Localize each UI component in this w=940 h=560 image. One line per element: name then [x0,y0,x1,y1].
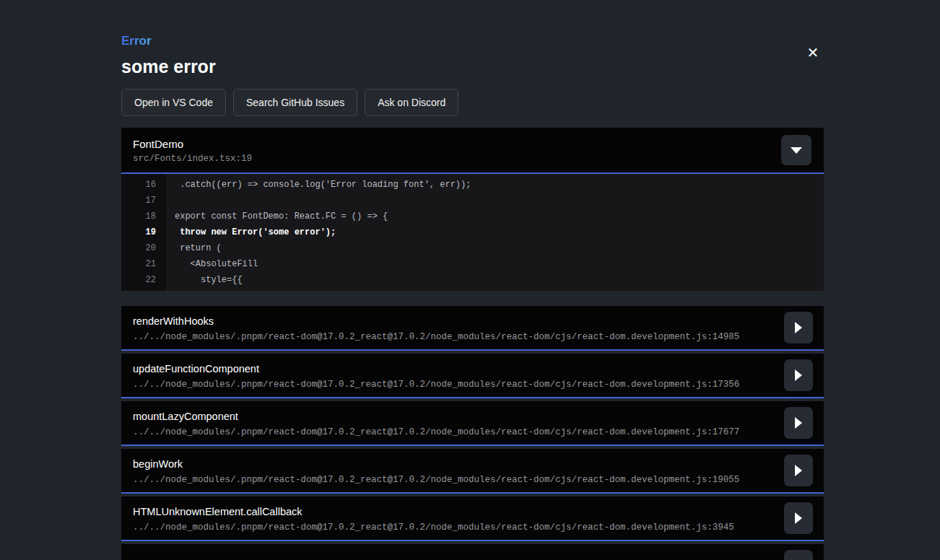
code-frame-location: src/Fonts/index.tsx:19 [133,154,812,165]
caret-right-icon [795,369,802,381]
open-in-vscode-button[interactable]: Open in VS Code [121,89,226,116]
frame-file-path: ../../node_modules/.pnpm/react-dom@17.0.… [133,380,812,390]
caret-down-icon [791,147,802,154]
line-number: 16 [121,177,166,193]
line-number: 22 [121,272,166,288]
error-overlay: ✕ Error some error Open in VS Code Searc… [0,0,940,560]
code-line: 21 <AbsoluteFill [121,256,824,272]
error-type-label: Error [121,34,152,48]
frame-file-path: ../../node_modules/.pnpm/react-dom@17.0.… [133,522,812,533]
stack-frame-partial [121,544,824,560]
line-code [166,193,824,209]
stack-frame-updatefunctioncomponent: updateFunctionComponent ../../node_modul… [121,354,824,398]
code-line-highlighted: 19 throw new Error('some error'); [121,224,824,240]
code-frame-title: FontDemo [133,138,812,151]
line-number: 18 [121,209,166,224]
expand-frame-button[interactable] [784,502,813,534]
caret-right-icon [795,322,802,333]
stack-frame-list: renderWithHooks ../../node_modules/.pnpm… [121,306,824,560]
line-code: return ( [166,240,824,256]
expand-frame-button[interactable] [784,550,813,560]
code-line: 22 style={{ [121,272,824,288]
frame-file-path: ../../node_modules/.pnpm/react-dom@17.0.… [133,427,812,438]
stack-frame-beginwork: beginWork ../../node_modules/.pnpm/react… [121,449,824,494]
code-line: 16 .catch((err) => console.log('Error lo… [121,177,824,193]
stack-frame-htmlunknownelement-callcallback: HTMLUnknownElement.callCallback ../../no… [121,496,824,541]
search-github-issues-button[interactable]: Search GitHub Issues [233,89,357,116]
frame-file-path: ../../node_modules/.pnpm/react-dom@17.0.… [133,475,812,486]
ask-on-discord-button[interactable]: Ask on Discord [365,89,458,116]
expand-frame-button[interactable] [784,312,813,344]
frame-function-name: HTMLUnknownElement.callCallback [133,506,812,518]
caret-right-icon [795,417,802,429]
frame-function-name: beginWork [133,458,812,471]
code-snippet: 16 .catch((err) => console.log('Error lo… [121,174,824,291]
caret-right-icon [795,465,802,476]
line-number: 21 [121,256,166,272]
code-frame-header: FontDemo src/Fonts/index.tsx:19 [121,128,824,174]
line-code: throw new Error('some error'); [166,224,824,240]
line-code: export const FontDemo: React.FC = () => … [166,209,824,224]
code-line: 17 [121,193,824,209]
source-code-frame: FontDemo src/Fonts/index.tsx:19 16 .catc… [121,128,824,291]
line-number: 20 [121,240,166,256]
line-code: .catch((err) => console.log('Error loadi… [166,177,824,193]
frame-file-path: ../../node_modules/.pnpm/react-dom@17.0.… [133,332,812,343]
stack-frame-mountlazycomponent: mountLazyComponent ../../node_modules/.p… [121,401,824,446]
expand-frame-button[interactable] [784,407,813,439]
overlay-content: Error some error Open in VS Code Search … [121,0,824,560]
frame-function-name: renderWithHooks [133,315,812,328]
line-code: <AbsoluteFill [166,256,824,272]
caret-right-icon [795,512,802,524]
line-number: 19 [121,224,166,240]
action-buttons-row: Open in VS Code Search GitHub Issues Ask… [121,89,824,116]
expand-frame-button[interactable] [784,455,813,486]
expand-frame-button[interactable] [784,359,813,391]
error-message: some error [121,56,824,76]
line-number: 17 [121,193,166,209]
line-code: style={{ [166,272,824,288]
stack-frame-renderwithhooks: renderWithHooks ../../node_modules/.pnpm… [121,306,824,351]
collapse-code-button[interactable] [781,135,811,165]
frame-function-name: updateFunctionComponent [133,363,812,375]
frame-function-name: mountLazyComponent [133,411,812,423]
code-line: 20 return ( [121,240,824,256]
code-line: 18 export const FontDemo: React.FC = () … [121,209,824,224]
